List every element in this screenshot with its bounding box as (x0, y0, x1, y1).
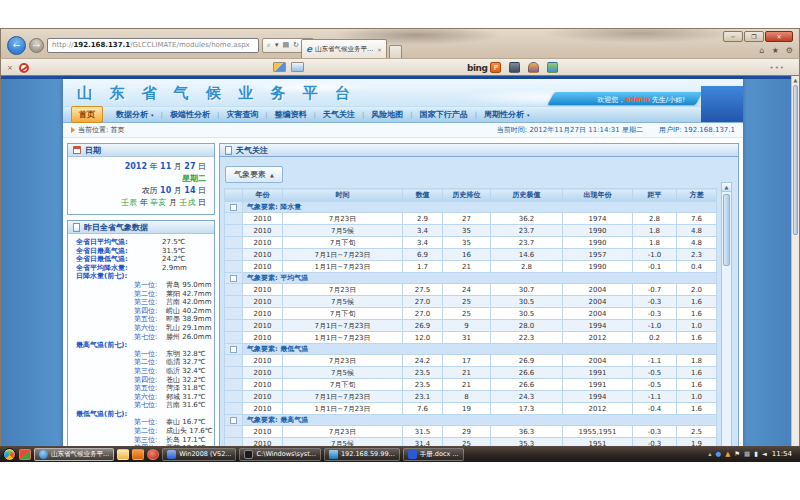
menu-item-risk-map[interactable]: 风险地图 (364, 107, 410, 122)
network-tray-icon[interactable]: ▮ (754, 451, 758, 458)
table-row[interactable]: 20107月23日27.52430.72004-0.72.0 (225, 284, 717, 296)
url-input[interactable]: http://192.168.137.1/GLCCLIMATE/modules/… (47, 38, 259, 53)
scroll-thumb[interactable] (723, 194, 730, 266)
menu-item-national-products[interactable]: 国家下行产品 (413, 107, 475, 122)
addon-close-icon[interactable]: × (7, 65, 13, 72)
table-row[interactable]: 20107月5候27.02530.52004-0.31.6 (225, 296, 717, 308)
volume-tray-icon[interactable]: ◄ (762, 451, 767, 458)
checkbox-cell (225, 355, 243, 367)
table-row[interactable]: 20107月下旬23.52126.61991-0.51.6 (225, 379, 717, 391)
table-scrollbar[interactable]: ▲ (721, 182, 732, 462)
table-row[interactable]: 20101月1日~7月23日1.7212.81990-0.10.4 (225, 261, 717, 273)
more-icon[interactable]: ••• (770, 64, 785, 72)
table-row[interactable]: 20107月23日2.92736.219742.87.6 (225, 213, 717, 225)
toolbar-plugins (509, 62, 558, 73)
folder-icon[interactable] (117, 449, 129, 460)
group-checkbox[interactable] (230, 275, 237, 282)
taskbar-ie-button[interactable]: 山东省气候业务平... (34, 448, 114, 461)
group-checkbox[interactable] (230, 417, 237, 424)
scroll-up-icon[interactable]: ▲ (722, 183, 731, 192)
chevron-down-icon[interactable]: ▾ (275, 41, 279, 49)
home-icon[interactable]: ⌂ (760, 47, 765, 55)
update-tray-icon[interactable]: ▲ (725, 451, 730, 458)
search-icon[interactable]: ⌕ (267, 41, 271, 49)
group-row: 气象要素: 最高气温 (225, 415, 717, 426)
cell: 1.8 (633, 237, 677, 249)
tools-gear-icon[interactable]: ⚙ (786, 47, 793, 55)
flag-tray-icon[interactable]: ⚑ (734, 451, 740, 458)
browser-scrollbar[interactable]: ▲ ▼ (791, 76, 799, 462)
cell: 2010 (243, 379, 283, 391)
browser-scroll-thumb[interactable] (793, 85, 798, 235)
browser-tab[interactable]: e 山东省气候业务平... × (301, 39, 387, 58)
launcher-icon[interactable] (19, 449, 31, 460)
menu-item-compiled-data[interactable]: 整编资料 (268, 107, 314, 122)
media-player-icon[interactable] (147, 449, 159, 460)
favorites-star-icon[interactable]: ★ (772, 47, 779, 55)
taskbar-word-button[interactable]: 手册.docx ... (403, 448, 464, 461)
menu-item-periodic-analysis[interactable]: 周期性分析▾ (477, 107, 537, 122)
taskbar-vm-button[interactable]: Win2008 (VS2... (162, 448, 236, 461)
url-path: /GLCCLIMATE/modules/home.aspx (130, 41, 250, 49)
mail-icon[interactable] (291, 62, 304, 72)
calendar-ganzhi: 壬辰 年 辛亥 月 壬戌 日 (76, 197, 206, 209)
table-row[interactable]: 20107月5候3.43523.719901.84.8 (225, 225, 717, 237)
table-row[interactable]: 20107月23日24.21726.92004-1.11.8 (225, 355, 717, 367)
globe-tray-icon[interactable]: ● (716, 451, 722, 458)
menu-item-disaster-query[interactable]: 灾害查询 (219, 107, 265, 122)
cell: 2010 (243, 332, 283, 344)
cell: -0.3 (633, 296, 677, 308)
compatibility-view-icon[interactable]: ▤ (282, 41, 289, 49)
cell: 0.4 (677, 261, 717, 273)
tab-close-icon[interactable]: × (377, 46, 382, 53)
start-button[interactable] (3, 448, 16, 461)
share-plugin-icon[interactable] (547, 62, 558, 73)
username: admin (625, 96, 649, 104)
table-row[interactable]: 20107月1日~7月23日6.91614.61957-1.02.3 (225, 249, 717, 261)
refresh-icon[interactable]: ↻ (293, 41, 299, 49)
cell: 2004 (563, 284, 633, 296)
calendar-body: 2012 年 11 月 27 日 星期二 农历 10 月 14 日 壬辰 年 辛… (68, 157, 214, 214)
blocker-icon[interactable] (19, 63, 29, 73)
group-checkbox[interactable] (230, 346, 237, 353)
cell: 23.5 (403, 367, 443, 379)
table-row[interactable]: 20107月23日31.52936.31955,1951-0.32.5 (225, 426, 717, 438)
table-row[interactable]: 20107月5候23.52126.61991-0.51.6 (225, 367, 717, 379)
cell: 1.6 (677, 403, 717, 415)
minimize-button[interactable]: ─ (723, 31, 743, 42)
group-checkbox[interactable] (230, 204, 237, 211)
browser-icon[interactable] (132, 449, 144, 460)
cell: 12.0 (403, 332, 443, 344)
scrollbar-up-icon[interactable]: ▲ (792, 76, 799, 84)
table-row[interactable]: 20107月下旬3.43523.719901.84.8 (225, 237, 717, 249)
cell: 7月1日~7月23日 (283, 249, 403, 261)
hidden-icons-chevron[interactable]: ▴ (708, 451, 711, 458)
menu-item-extreme-analysis[interactable]: 极端性分析 (163, 107, 217, 122)
menu-item-home[interactable]: 首页 (71, 106, 103, 123)
bing-search[interactable]: bing P (467, 62, 501, 73)
table-row[interactable]: 20107月1日~7月23日26.9928.01994-1.01.0 (225, 320, 717, 332)
close-button[interactable]: ✕ (765, 31, 793, 42)
cell: 27.0 (403, 308, 443, 320)
forward-button[interactable]: → (29, 38, 44, 53)
taskbar-rdp-button[interactable]: 192.168.59.99... (324, 448, 400, 461)
cards-icon[interactable] (273, 62, 286, 72)
taskbar-cmd-button[interactable]: C:\Windows\syst... (239, 448, 321, 461)
current-time: 当前时间: 2012年11月27日 11:14:31 星期二 (497, 125, 643, 135)
display-tray-icon[interactable]: ▦ (744, 451, 750, 458)
word-icon (408, 450, 417, 459)
maximize-button[interactable]: ❐ (744, 31, 764, 42)
element-filter-button[interactable]: 气象要素 ▲ (225, 166, 283, 183)
menu-item-weather-focus[interactable]: 天气关注 (316, 107, 362, 122)
menu-item-data-analysis[interactable]: 数据分析▾ (109, 107, 161, 122)
taskbar-clock[interactable]: 11:54 (772, 450, 792, 458)
new-tab-button[interactable] (389, 45, 402, 58)
back-button[interactable]: ← (7, 36, 26, 55)
table-row[interactable]: 20107月下旬27.02530.52004-0.31.6 (225, 308, 717, 320)
assistant-plugin-icon[interactable] (528, 62, 539, 73)
table-row[interactable]: 20101月1日~7月23日7.61917.32012-0.41.6 (225, 403, 717, 415)
table-row[interactable]: 20107月1日~7月23日23.1824.31994-1.11.0 (225, 391, 717, 403)
camera-plugin-icon[interactable] (509, 62, 520, 73)
table-row[interactable]: 20101月1日~7月23日12.03122.320120.21.6 (225, 332, 717, 344)
cell: 7月23日 (283, 284, 403, 296)
